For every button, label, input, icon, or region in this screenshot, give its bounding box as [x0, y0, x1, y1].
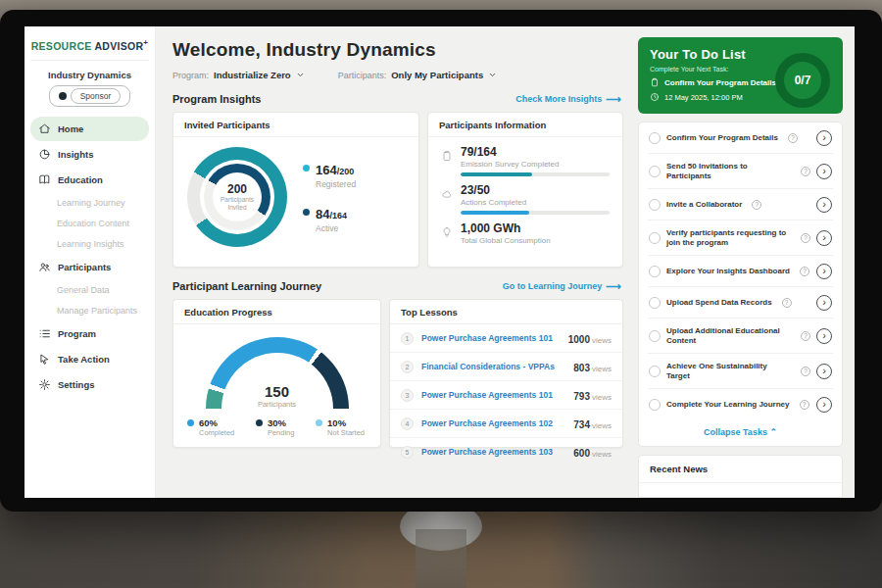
help-icon[interactable]: ?: [800, 267, 809, 276]
help-icon[interactable]: ?: [801, 367, 810, 376]
sidebar-item-education[interactable]: Education: [30, 168, 149, 192]
sidebar-item-participants[interactable]: Participants: [30, 255, 149, 279]
sidebar-item-settings[interactable]: Settings: [30, 372, 149, 397]
registered-total: /200: [337, 167, 355, 176]
sidebar-item-home[interactable]: Home: [30, 117, 149, 141]
lesson-rank: 2: [401, 361, 414, 373]
chevron-right-icon[interactable]: ›: [816, 197, 832, 213]
task-checkbox[interactable]: [649, 232, 661, 244]
education-progress-card: Education Progress 150 Participants 60%C…: [172, 299, 381, 448]
lesson-link[interactable]: Power Purchase Agreements 103: [421, 447, 565, 457]
bulb-icon: [441, 224, 453, 236]
sidebar: RESOURCE ADVISOR+ Industry Dynamics Spon…: [24, 26, 156, 498]
sidebar-item-insights[interactable]: Insights: [30, 142, 149, 167]
lesson-link[interactable]: Power Purchase Agreements 101: [421, 390, 565, 400]
chevron-right-icon[interactable]: ›: [816, 397, 832, 413]
stat-actions-completed: 23/50 Actions Completed: [441, 183, 610, 215]
sidebar-item-education-content[interactable]: Education Content: [30, 214, 149, 233]
sidebar-item-learning-insights[interactable]: Learning Insights: [30, 234, 149, 254]
sidebar-item-program[interactable]: Program: [30, 321, 149, 346]
task-label: Achieve One Sustainability Target: [666, 362, 791, 381]
logo-plus: +: [143, 38, 148, 47]
gauge-legend: 60%Completed 30%Pending 10%Not Started: [173, 409, 380, 437]
task-row: Upload Spend Data Records ? ›: [648, 287, 833, 318]
program-filter-value: Industrialize Zero: [214, 70, 291, 80]
chevron-right-icon[interactable]: ›: [816, 164, 832, 179]
lesson-link[interactable]: Power Purchase Agreements 101: [421, 333, 561, 343]
go-to-learning-journey-link[interactable]: Go to Learning Journey⟶: [503, 281, 621, 292]
actions-progress-bar: [461, 211, 610, 215]
sidebar-item-learning-journey[interactable]: Learning Journey: [30, 193, 149, 213]
gauge-center-value: 150: [206, 383, 349, 400]
chevron-right-icon[interactable]: ›: [816, 230, 832, 246]
sidebar-item-label: Education Content: [57, 219, 129, 228]
task-label: Verify participants requesting to join t…: [666, 228, 791, 248]
todo-summary-card: Your To Do List Complete Your Next Task:…: [638, 37, 843, 114]
task-checkbox[interactable]: [649, 366, 661, 377]
task-checkbox[interactable]: [649, 199, 661, 211]
clock-icon: [650, 92, 660, 102]
task-checkbox[interactable]: [649, 166, 661, 177]
stat-label: Actions Completed: [461, 198, 610, 207]
help-icon[interactable]: ?: [752, 200, 761, 210]
task-checkbox[interactable]: [649, 330, 661, 342]
task-label: Confirm Your Program Details: [666, 133, 778, 143]
participants-dropdown[interactable]: Participants: Only My Participants: [338, 70, 498, 80]
legend-completed: 60%Completed: [187, 417, 234, 437]
stat-label: Total Global Consumption: [461, 236, 610, 245]
collapse-tasks-link[interactable]: Collapse Tasks ⌃: [648, 419, 833, 446]
task-label: Upload Additional Educational Content: [666, 326, 791, 346]
help-icon[interactable]: ?: [788, 133, 798, 143]
chevron-right-icon[interactable]: ›: [816, 264, 832, 279]
cloud-icon: [441, 186, 453, 198]
section-title: Program Insights: [172, 93, 261, 105]
card-title: Education Progress: [173, 300, 380, 324]
legend-dot-registered: [303, 165, 310, 172]
lesson-views: 734: [573, 419, 590, 430]
help-icon[interactable]: ?: [801, 167, 810, 176]
main-column: Welcome, Industry Dynamics Program: Indu…: [156, 26, 632, 498]
help-icon[interactable]: ?: [801, 233, 810, 243]
help-icon[interactable]: ?: [800, 400, 809, 410]
views-label: views: [592, 336, 612, 345]
task-row: Verify participants requesting to join t…: [648, 220, 833, 256]
monitor-bezel: RESOURCE ADVISOR+ Industry Dynamics Spon…: [0, 10, 882, 512]
chevron-right-icon[interactable]: ›: [816, 130, 832, 146]
legend-value: 10%: [327, 417, 365, 428]
chevron-right-icon[interactable]: ›: [816, 328, 832, 344]
task-checkbox[interactable]: [649, 297, 661, 309]
sidebar-item-manage-participants[interactable]: Manage Participants: [30, 301, 149, 320]
task-label: Send 50 Invitations to Participants: [666, 162, 791, 181]
next-task-label: Confirm Your Program Details: [664, 78, 776, 87]
check-more-insights-link[interactable]: Check More Insights⟶: [515, 94, 621, 105]
sidebar-item-take-action[interactable]: Take Action: [30, 347, 149, 371]
stat-value: 1,000 GWh: [461, 221, 610, 235]
legend-dot-completed: [187, 419, 194, 426]
task-checkbox[interactable]: [649, 132, 661, 144]
legend-value: 60%: [199, 417, 234, 428]
chevron-right-icon[interactable]: ›: [816, 364, 832, 379]
insights-cards-row: Invited Participants 200 Participants In…: [172, 112, 623, 268]
task-checkbox[interactable]: [649, 266, 661, 277]
lesson-row: 4 Power Purchase Agreements 102 734views: [390, 410, 622, 438]
content-area: Welcome, Industry Dynamics Program: Indu…: [156, 26, 855, 498]
monitor-stand-column: [416, 529, 466, 588]
program-dropdown[interactable]: Program: Industrialize Zero: [172, 70, 305, 80]
sidebar-item-general-data[interactable]: General Data: [30, 280, 149, 300]
lesson-views: 600: [573, 448, 590, 459]
task-checkbox[interactable]: [649, 399, 661, 411]
legend-registered: 164/200 Registered: [303, 161, 356, 189]
legend-value: 30%: [268, 417, 295, 428]
chevron-right-icon[interactable]: ›: [816, 295, 832, 311]
lesson-link[interactable]: Power Purchase Agreements 102: [421, 418, 565, 428]
link-label: Check More Insights: [515, 94, 602, 104]
lesson-link[interactable]: Financial Considerations - VPPAs: [421, 362, 565, 371]
lesson-rank: 5: [401, 446, 414, 459]
lesson-rank: 3: [401, 389, 414, 402]
legend-active: 84/164 Active: [303, 205, 356, 233]
learning-cards-row: Education Progress 150 Participants 60%C…: [172, 299, 623, 448]
help-icon[interactable]: ?: [801, 331, 810, 341]
help-icon[interactable]: ?: [782, 298, 792, 308]
sponsor-badge-label: Sponsor: [71, 88, 122, 104]
sidebar-item-label: Insights: [58, 149, 93, 160]
